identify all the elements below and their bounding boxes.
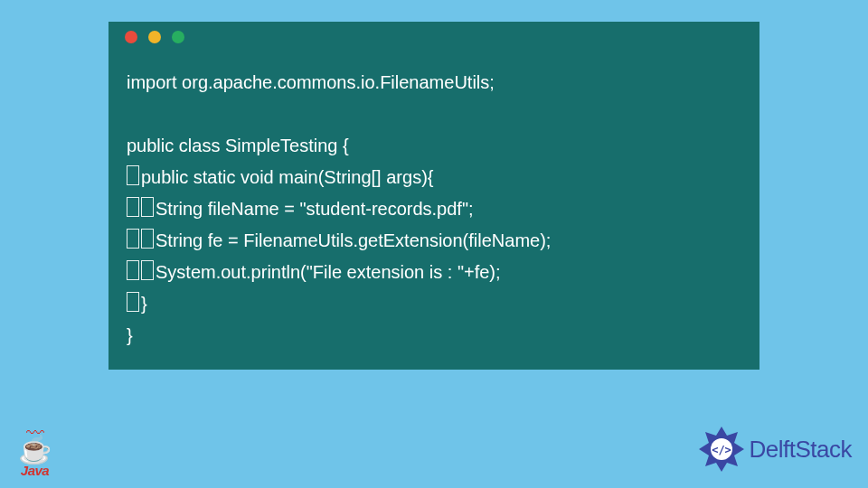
java-cup-icon: ☕	[18, 435, 52, 465]
code-block: import org.apache.commons.io.FilenameUti…	[108, 52, 760, 352]
delftstack-icon: </>	[699, 427, 744, 472]
delftstack-logo: </> DelftStack	[699, 427, 853, 472]
svg-text:</>: </>	[712, 444, 731, 456]
zoom-icon	[172, 31, 184, 43]
code-line: import org.apache.commons.io.FilenameUti…	[127, 72, 495, 92]
code-window: import org.apache.commons.io.FilenameUti…	[108, 22, 760, 370]
code-line: String fe = FilenameUtils.getExtension(f…	[156, 230, 551, 250]
code-line: String fileName = "student-records.pdf";	[156, 199, 474, 219]
indent-glyph-icon	[127, 229, 139, 249]
indent-glyph-icon	[127, 260, 139, 280]
delftstack-label: DelftStack	[750, 436, 853, 464]
close-icon	[125, 31, 137, 43]
minimize-icon	[148, 31, 161, 43]
indent-glyph-icon	[141, 229, 154, 249]
indent-glyph-icon	[127, 292, 139, 312]
code-line: public static void main(String[] args){	[141, 167, 433, 187]
indent-glyph-icon	[141, 260, 154, 280]
code-line: public class SimpleTesting {	[127, 136, 349, 155]
indent-glyph-icon	[127, 197, 139, 217]
stage: import org.apache.commons.io.FilenameUti…	[0, 0, 868, 488]
code-line: }	[127, 325, 133, 345]
java-label: Java	[18, 464, 52, 477]
indent-glyph-icon	[141, 197, 154, 217]
java-logo-icon: 〰 ☕ Java	[18, 424, 52, 477]
code-line: }	[141, 294, 147, 314]
window-titlebar	[108, 22, 760, 52]
code-line: System.out.println("File extension is : …	[156, 262, 501, 282]
indent-glyph-icon	[127, 165, 139, 185]
